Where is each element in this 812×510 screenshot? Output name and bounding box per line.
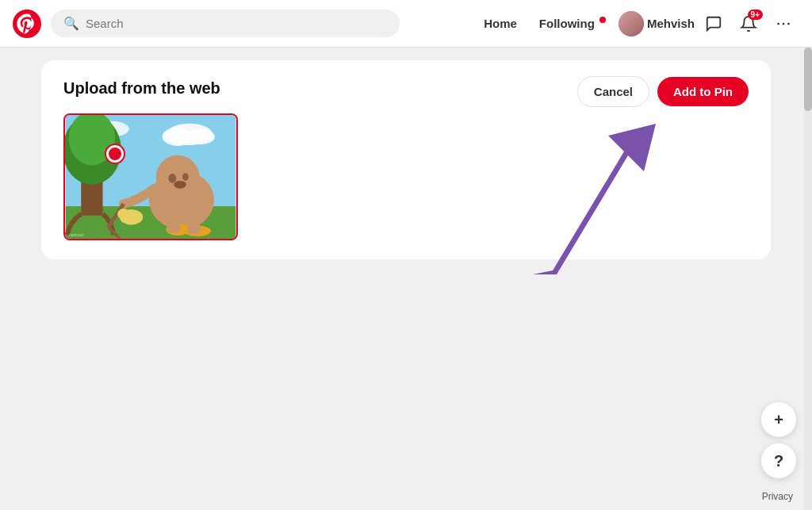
help-button[interactable]: ? (761, 443, 796, 478)
image-preview: cartoon (63, 113, 238, 240)
svg-point-7 (187, 129, 215, 145)
home-nav-link[interactable]: Home (474, 10, 527, 36)
following-notification-dot (599, 17, 606, 23)
search-bar[interactable]: 🔍 (51, 10, 400, 37)
message-button[interactable] (698, 8, 730, 40)
header: 🔍 Home Following Mehvish (0, 0, 812, 48)
privacy-label[interactable]: Privacy (762, 491, 793, 502)
bottom-right-buttons: + ? (761, 402, 796, 478)
svg-point-25 (117, 209, 130, 220)
scrollbar[interactable] (804, 48, 812, 510)
svg-point-17 (174, 181, 186, 189)
plus-button[interactable]: + (761, 402, 796, 437)
notification-badge: 9+ (748, 10, 763, 20)
cancel-button[interactable]: Cancel (577, 76, 649, 107)
user-name[interactable]: Mehvish (647, 17, 695, 30)
upload-card: Upload from the web Cancel Add to Pin (41, 60, 771, 259)
annotation-arrow-svg (485, 108, 691, 282)
user-profile[interactable]: Mehvish (619, 11, 695, 36)
svg-point-2 (783, 22, 785, 25)
svg-point-3 (787, 22, 790, 25)
more-options-icon (775, 15, 792, 33)
add-to-pin-button[interactable]: Add to Pin (657, 77, 749, 106)
message-icon (705, 15, 722, 33)
svg-rect-22 (167, 216, 180, 232)
following-nav-link[interactable]: Following (530, 10, 615, 36)
scrollbar-thumb[interactable] (804, 48, 812, 111)
svg-rect-23 (188, 217, 201, 234)
svg-point-0 (13, 10, 41, 38)
svg-point-16 (182, 173, 189, 181)
more-options-button[interactable] (768, 8, 799, 40)
card-actions: Cancel Add to Pin (577, 76, 749, 107)
main-content: Upload from the web Cancel Add to Pin (0, 48, 812, 510)
svg-text:cartoon: cartoon (69, 232, 84, 237)
svg-point-15 (168, 174, 176, 183)
avatar (619, 11, 644, 36)
cartoon-image: cartoon (65, 115, 236, 239)
pinterest-logo[interactable] (13, 10, 41, 38)
notification-button[interactable]: 9+ (733, 8, 764, 40)
svg-marker-28 (533, 124, 656, 274)
search-icon: 🔍 (63, 16, 79, 31)
cursor-indicator (106, 145, 124, 163)
nav-right: Home Following Mehvish 9+ (474, 8, 799, 40)
arrow-annotation (485, 108, 691, 282)
svg-point-1 (777, 22, 779, 25)
svg-point-14 (156, 155, 200, 199)
search-input[interactable] (86, 17, 387, 30)
